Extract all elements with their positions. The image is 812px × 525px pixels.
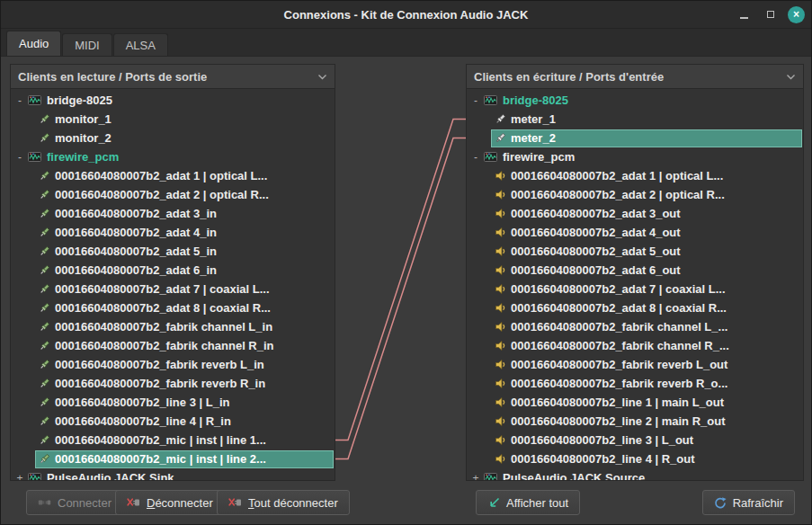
port-row[interactable]: 00016604080007b2_adat 1 | optical L... (467, 166, 803, 185)
port-icon (495, 396, 506, 408)
port-name: 00016604080007b2_line 1 | main L_out (511, 396, 724, 409)
port-row[interactable]: monitor_1 (11, 110, 335, 129)
port-icon (495, 453, 506, 465)
port-name: 00016604080007b2_adat 2 | optical R... (511, 188, 725, 201)
port-icon (39, 302, 50, 314)
port-row[interactable]: 00016604080007b2_line 1 | main L_out (467, 393, 803, 412)
port-row[interactable]: 00016604080007b2_fabrik reverb R_o... (467, 374, 803, 393)
expander-icon[interactable]: - (15, 94, 24, 107)
port-name: meter_2 (511, 131, 556, 145)
port-row[interactable]: monitor_2 (11, 129, 335, 147)
port-row[interactable]: 00016604080007b2_mic | inst | line 2... (11, 449, 335, 468)
port-row[interactable]: 00016604080007b2_adat 5_out (467, 242, 803, 261)
close-button[interactable]: × (788, 6, 805, 23)
client-row[interactable]: -firewire_pcm (467, 147, 803, 166)
show-all-button[interactable]: Afficher tout (476, 490, 580, 515)
port-row[interactable]: 00016604080007b2_line 3 | L_out (467, 431, 803, 449)
port-row[interactable]: 00016604080007b2_fabrik reverb R_in (11, 374, 335, 393)
port-name: 00016604080007b2_adat 5_out (511, 245, 681, 258)
client-row[interactable]: -firewire_pcm (11, 147, 335, 166)
port-name: 00016604080007b2_adat 2 | optical R... (55, 188, 269, 201)
port-row[interactable]: 00016604080007b2_adat 6_out (467, 261, 803, 280)
tab-audio[interactable]: Audio (6, 31, 61, 56)
disconnect-button[interactable]: Déconnecter (115, 490, 225, 515)
client-row[interactable]: +PulseAudio JACK Source (467, 468, 803, 480)
expander-icon[interactable]: - (471, 94, 480, 107)
tab-midi[interactable]: MIDI (62, 33, 112, 56)
port-icon (495, 415, 506, 427)
port-row[interactable]: 00016604080007b2_line 2 | main R_out (467, 412, 803, 431)
connection-cables (335, 57, 466, 484)
refresh-button[interactable]: Rafraîchir (702, 490, 795, 515)
port-icon (39, 453, 50, 465)
port-row[interactable]: 00016604080007b2_adat 4_out (467, 223, 803, 242)
writable-clients-header[interactable]: Clients en écriture / Ports d'entrée (467, 65, 803, 89)
port-icon (39, 113, 50, 125)
port-name: monitor_1 (55, 112, 112, 126)
connect-icon (38, 497, 51, 508)
port-row[interactable]: 00016604080007b2_mic | inst | line 1... (11, 431, 335, 449)
output-ports-tree[interactable]: -bridge-8025monitor_1monitor_2-firewire_… (11, 89, 335, 480)
port-row[interactable]: 00016604080007b2_adat 2 | optical R... (11, 185, 335, 204)
port-row[interactable]: 00016604080007b2_adat 7 | coaxial L... (11, 280, 335, 298)
port-row[interactable]: 00016604080007b2_fabrik reverb L_out (467, 355, 803, 374)
button-bar: Connecter Déconnecter Tout déconnecter A… (1, 482, 811, 524)
port-name: 00016604080007b2_adat 5_in (55, 245, 217, 258)
port-row[interactable]: 00016604080007b2_line 3 | L_in (11, 393, 335, 412)
expander-icon[interactable]: - (15, 151, 24, 164)
port-row[interactable]: 00016604080007b2_fabrik channel R_... (467, 336, 803, 355)
minimize-button[interactable] (736, 6, 753, 23)
port-row[interactable]: 00016604080007b2_adat 8 | coaxial R... (467, 298, 803, 317)
expander-icon[interactable]: + (471, 472, 480, 481)
port-name: 00016604080007b2_line 3 | L_out (511, 433, 693, 447)
port-name: 00016604080007b2_adat 6_out (511, 263, 681, 277)
client-icon (484, 95, 497, 105)
port-row[interactable]: 00016604080007b2_adat 4_in (11, 223, 335, 242)
titlebar[interactable]: Connexions - Kit de Connexion Audio JACK… (1, 1, 811, 29)
port-row[interactable]: 00016604080007b2_line 4 | R_in (11, 412, 335, 431)
client-row[interactable]: +PulseAudio JACK Sink (11, 468, 335, 480)
port-row[interactable]: 00016604080007b2_adat 2 | optical R... (467, 185, 803, 204)
port-name: 00016604080007b2_fabrik channel L_in (55, 320, 272, 334)
chevron-down-icon[interactable] (786, 74, 796, 80)
connect-button[interactable]: Connecter (26, 490, 123, 515)
expander-icon[interactable]: - (471, 151, 480, 164)
tab-alsa[interactable]: ALSA (113, 33, 168, 56)
port-icon (39, 434, 50, 446)
port-icon (39, 132, 50, 144)
chevron-down-icon[interactable] (317, 74, 327, 80)
disconnect-all-button[interactable]: Tout déconnecter (217, 490, 350, 515)
port-row[interactable]: 00016604080007b2_adat 3_in (11, 204, 335, 223)
port-row[interactable]: meter_1 (467, 110, 803, 129)
port-row[interactable]: 00016604080007b2_fabrik reverb L_in (11, 355, 335, 374)
port-row[interactable]: 00016604080007b2_adat 8 | coaxial R... (11, 298, 335, 317)
client-row[interactable]: -bridge-8025 (11, 91, 335, 110)
port-row[interactable]: 00016604080007b2_line 4 | R_out (467, 449, 803, 468)
refresh-icon (714, 497, 727, 509)
port-name: 00016604080007b2_line 3 | L_in (55, 396, 229, 409)
client-row[interactable]: -bridge-8025 (467, 91, 803, 110)
writable-clients-panel: Clients en écriture / Ports d'entrée -br… (466, 64, 804, 481)
port-icon (39, 340, 50, 351)
window-title: Connexions - Kit de Connexion Audio JACK (284, 8, 529, 22)
maximize-button[interactable] (762, 6, 779, 23)
port-row[interactable]: 00016604080007b2_adat 3_out (467, 204, 803, 223)
port-row[interactable]: 00016604080007b2_fabrik channel L_... (467, 317, 803, 336)
port-name: 00016604080007b2_line 2 | main R_out (511, 414, 726, 428)
port-icon (495, 170, 506, 182)
port-row[interactable]: 00016604080007b2_fabrik channel R_in (11, 336, 335, 355)
port-row[interactable]: 00016604080007b2_adat 5_in (11, 242, 335, 261)
client-icon (484, 473, 497, 480)
input-ports-tree[interactable]: -bridge-8025meter_1meter_2-firewire_pcm0… (467, 89, 803, 480)
port-row[interactable]: 00016604080007b2_adat 1 | optical L... (11, 166, 335, 185)
disconnect-icon (127, 497, 140, 508)
expander-icon[interactable]: + (15, 472, 24, 481)
port-row[interactable]: 00016604080007b2_adat 6_in (11, 261, 335, 280)
client-icon (28, 95, 41, 105)
port-row[interactable]: 00016604080007b2_adat 7 | coaxial L... (467, 280, 803, 298)
port-row[interactable]: meter_2 (467, 129, 803, 147)
port-row[interactable]: 00016604080007b2_fabrik channel L_in (11, 317, 335, 336)
readable-clients-header[interactable]: Clients en lecture / Ports de sortie (11, 65, 335, 89)
port-name: 00016604080007b2_fabrik reverb R_in (55, 377, 265, 390)
disconnect-all-icon (228, 497, 242, 508)
